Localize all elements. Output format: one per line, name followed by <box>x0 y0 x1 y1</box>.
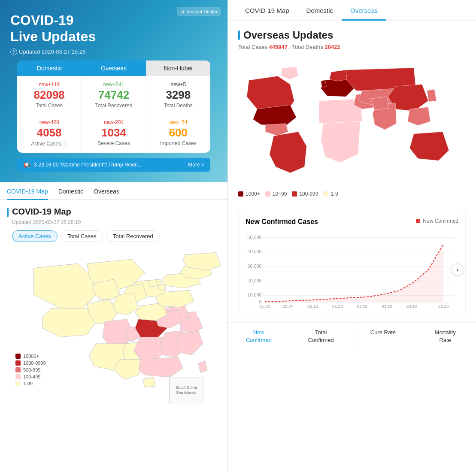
imported-label: Imported Cases <box>151 140 206 146</box>
chart-area: 50,000 40,000 30,000 20,000 10,000 0 01.… <box>246 231 458 308</box>
legend-box-1 <box>15 381 21 386</box>
deaths-delta: new+5 <box>151 82 206 88</box>
world-legend: 1000+ 10~99 100-999 1-9 <box>238 186 466 202</box>
svg-text:40,000: 40,000 <box>247 249 261 254</box>
imported-delta: new+54 <box>151 119 206 125</box>
world-legend-1000plus: 1000+ <box>238 191 260 197</box>
world-legend-10-99: 10~99 <box>265 191 287 197</box>
tab-non-hubei[interactable]: Non-Hubei <box>146 61 210 76</box>
world-legend-1-9: 1-9 <box>323 191 338 197</box>
svg-text:02.07: 02.07 <box>283 304 294 308</box>
chart-legend: New Confirmed <box>416 218 458 224</box>
svg-text:02.23: 02.23 <box>332 304 343 308</box>
right-tabs: COVID-19 Map Domestic Overseas <box>228 0 476 21</box>
imported-value: 600 <box>151 126 206 139</box>
svg-text:02.15: 02.15 <box>307 304 318 308</box>
chart-tab-mortality-rate[interactable]: Mortality Rate <box>414 323 476 350</box>
total-cases-label: Total Cases <box>21 103 77 109</box>
overseas-subtitle: Total Cases 445947 , Total Deaths 20422 <box>238 44 466 50</box>
map-title: COVID-19 Map <box>12 207 71 217</box>
chart-legend-label: New Confirmed <box>423 218 458 224</box>
map-tab-covid[interactable]: COVID-19 Map <box>7 188 48 200</box>
world-map <box>236 57 467 186</box>
legend-10000plus: 10000+ <box>15 354 46 359</box>
total-cases-highlight: 445947 <box>269 44 288 50</box>
news-more-button[interactable]: More > <box>188 162 204 168</box>
tab-overseas-stats[interactable]: Overseas <box>82 61 146 76</box>
world-legend-100-999: 100-999 <box>292 191 318 197</box>
world-legend-box-1 <box>323 191 328 197</box>
active-label: Active Cases ⓘ <box>21 140 77 148</box>
line-chart-svg: 50,000 40,000 30,000 20,000 10,000 0 01.… <box>246 231 458 308</box>
total-recovered-cell: new+541 74742 Total Recovered <box>82 76 146 114</box>
chart-tab-new-confirmed[interactable]: New Confirmed <box>228 323 290 350</box>
legend-1000-9999: 1000-9999 <box>15 360 46 366</box>
svg-text:20,000: 20,000 <box>247 278 261 283</box>
filter-active-cases[interactable]: Active Cases <box>12 230 58 242</box>
megaphone-icon: 📢 <box>23 161 30 168</box>
map-tabs-left: COVID-19 Map Domestic Overseas <box>0 182 227 200</box>
south-china-sea-box: South ChinaSea Islands <box>169 378 203 403</box>
china-map-legend: 10000+ 1000-9999 500-999 100-499 1-99 <box>15 354 46 386</box>
deaths-label: Total Deaths <box>151 103 206 109</box>
total-deaths-cell: new+5 3298 Total Deaths <box>146 76 210 114</box>
world-legend-box-100 <box>292 191 297 197</box>
recovered-value: 74742 <box>86 88 141 102</box>
right-tab-domestic[interactable]: Domestic <box>298 0 342 21</box>
total-deaths-value: 20422 <box>324 44 340 50</box>
total-cases-cell: new+118 82098 Total Cases <box>17 76 82 114</box>
chart-legend-dot <box>416 219 420 223</box>
left-panel: ⊡ Tencent Health COVID-19Live Updates ? … <box>0 0 227 472</box>
right-tab-overseas[interactable]: Overseas <box>342 0 386 21</box>
chart-next-button[interactable]: › <box>452 263 464 275</box>
active-cases-cell: new-428 4058 Active Cases ⓘ <box>17 114 82 153</box>
legend-box-100 <box>15 374 21 379</box>
severe-cases-cell: new-201 1034 Severe Cases <box>82 114 146 153</box>
hero-title: COVID-19Live Updates <box>10 12 217 45</box>
overseas-section-bar <box>238 30 240 40</box>
svg-text:03.26: 03.26 <box>438 304 449 308</box>
news-ticker: 📢 3-23 08:00 'Wartime President'? Trump … <box>17 158 210 172</box>
overseas-title-row: Overseas Updates <box>238 29 466 41</box>
legend-1-99: 1-99 <box>15 381 46 386</box>
map-tab-overseas-left[interactable]: Overseas <box>94 188 119 200</box>
overseas-section: Overseas Updates Total Cases 445947 , To… <box>228 21 476 211</box>
active-value: 4058 <box>21 126 77 139</box>
help-icon[interactable]: ? <box>10 48 17 55</box>
svg-text:10,000: 10,000 <box>247 292 261 297</box>
chart-tab-cure-rate[interactable]: Cure Rate <box>352 323 415 350</box>
legend-box-10000 <box>15 354 21 359</box>
legend-box-1000 <box>15 360 21 366</box>
hero-banner: ⊡ Tencent Health COVID-19Live Updates ? … <box>0 0 227 182</box>
svg-text:30,000: 30,000 <box>247 263 261 269</box>
filter-total-recovered[interactable]: Total Recovered <box>106 230 160 242</box>
map-section: COVID-19 Map Updated 2020-03-27 15:28:10… <box>0 200 227 472</box>
right-tab-covid-map[interactable]: COVID-19 Map <box>236 0 298 21</box>
total-cases-value: 82098 <box>21 88 77 102</box>
chart-tab-total-confirmed[interactable]: Total Confirmed <box>290 323 352 350</box>
info-icon[interactable]: ⓘ <box>62 140 67 148</box>
deaths-value: 3298 <box>151 88 206 102</box>
map-tab-domestic[interactable]: Domestic <box>58 188 83 200</box>
legend-box-500 <box>15 367 21 372</box>
filter-tabs: Active Cases Total Cases Total Recovered <box>12 230 221 242</box>
recovered-delta: new+541 <box>86 82 141 88</box>
svg-text:03.18: 03.18 <box>406 304 417 308</box>
tencent-label: Tencent Health <box>186 9 217 14</box>
filter-total-cases[interactable]: Total Cases <box>61 230 103 242</box>
china-map: 10000+ 1000-9999 500-999 100-499 1-99 <box>7 249 221 412</box>
news-text: 3-23 08:00 'Wartime President'? Trump Re… <box>34 162 185 168</box>
south-china-label: South ChinaSea Islands <box>176 385 197 395</box>
svg-text:01.30: 01.30 <box>259 304 270 308</box>
right-panel: COVID-19 Map Domestic Overseas Overseas … <box>227 0 476 472</box>
svg-text:03.02: 03.02 <box>357 304 367 308</box>
stats-tabs: Domestic Overseas Non-Hubei <box>17 61 210 76</box>
section-bar <box>7 208 9 217</box>
world-map-svg <box>236 57 467 186</box>
world-legend-box-1000 <box>238 191 243 197</box>
legend-500-999: 500-999 <box>15 367 46 372</box>
tab-domestic[interactable]: Domestic <box>17 61 82 76</box>
chart-tabs: New Confirmed Total Confirmed Cure Rate … <box>228 322 476 350</box>
tencent-icon: ⊡ <box>180 9 184 14</box>
stats-row-1: new+118 82098 Total Cases new+541 74742 … <box>17 76 210 114</box>
